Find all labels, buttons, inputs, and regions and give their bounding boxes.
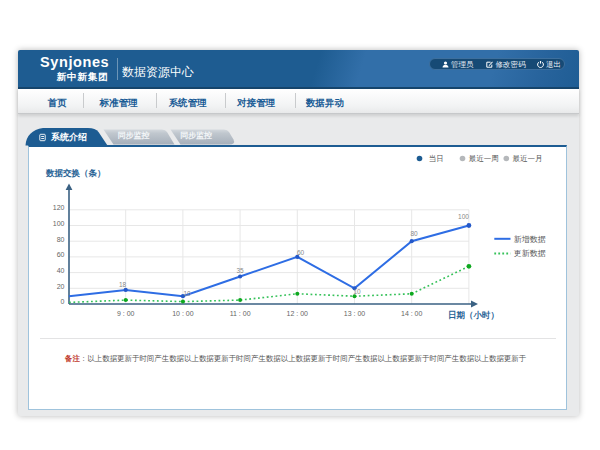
svg-text:新增数据: 新增数据 bbox=[514, 235, 546, 244]
svg-text:当日: 当日 bbox=[429, 154, 444, 163]
svg-text:10 : 00: 10 : 00 bbox=[172, 310, 194, 317]
svg-text:35: 35 bbox=[236, 267, 244, 274]
svg-text:最近一周: 最近一周 bbox=[469, 154, 499, 163]
svg-text:13 : 00: 13 : 00 bbox=[344, 310, 366, 317]
svg-text:14 : 00: 14 : 00 bbox=[401, 310, 423, 317]
svg-text:更新数据: 更新数据 bbox=[514, 249, 546, 258]
svg-text:80: 80 bbox=[57, 236, 65, 243]
svg-text:最近一月: 最近一月 bbox=[513, 154, 543, 163]
svg-text:11 : 00: 11 : 00 bbox=[230, 310, 251, 317]
svg-text:10: 10 bbox=[183, 290, 191, 297]
svg-text:日期（小时）: 日期（小时） bbox=[448, 310, 499, 320]
svg-text:0: 0 bbox=[61, 298, 65, 305]
svg-text:80: 80 bbox=[410, 230, 418, 237]
svg-text:18: 18 bbox=[119, 281, 127, 288]
svg-text:9 : 00: 9 : 00 bbox=[117, 310, 135, 317]
svg-text:12 : 00: 12 : 00 bbox=[287, 310, 309, 317]
svg-text:100: 100 bbox=[53, 220, 65, 227]
svg-text:数据交换（条）: 数据交换（条） bbox=[45, 168, 106, 178]
svg-text:100: 100 bbox=[458, 213, 469, 220]
svg-text:120: 120 bbox=[53, 204, 65, 211]
svg-text:60: 60 bbox=[297, 249, 305, 256]
svg-text:60: 60 bbox=[57, 251, 65, 258]
svg-text:10: 10 bbox=[353, 288, 361, 295]
svg-text:40: 40 bbox=[57, 267, 65, 274]
svg-text:20: 20 bbox=[57, 283, 65, 290]
